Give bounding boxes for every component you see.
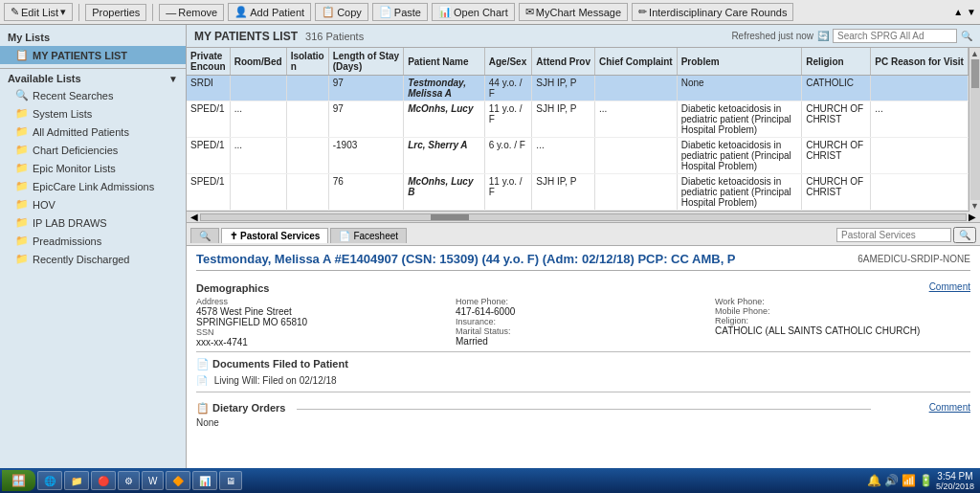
address-value: 4578 West Pine Street — [196, 306, 452, 317]
paste-button[interactable]: 📄 Paste — [372, 3, 428, 21]
tray-icon-1: 🔔 — [867, 474, 881, 487]
h-scroll-track — [200, 213, 967, 221]
toolbar-scroll-up[interactable]: ▲ — [953, 7, 963, 17]
sidebar-item-all-admitted[interactable]: 📁 All Admitted Patients — [0, 123, 186, 141]
toolbar-separator-2 — [152, 4, 153, 21]
main-layout: My Lists 📋 MY PATIENTS LIST Available Li… — [0, 25, 980, 468]
horizontal-scrollbar[interactable]: ◀ ▶ — [187, 212, 980, 223]
taskbar-app-3[interactable]: ⚙ — [118, 471, 140, 490]
sidebar-item-system-lists[interactable]: 📁 System Lists — [0, 104, 186, 123]
tab-facesheet[interactable]: 📄 Facesheet — [330, 228, 407, 243]
scroll-left-btn[interactable]: ◀ — [190, 212, 198, 222]
sidebar-item-hov[interactable]: 📁 HOV — [0, 195, 186, 213]
col-los: Length of Stay(Days) — [328, 48, 403, 76]
edit-list-button[interactable]: ✎ Edit List ▾ — [4, 3, 73, 21]
all-admitted-icon: 📁 — [15, 125, 29, 138]
remove-icon: — — [166, 7, 176, 18]
patient-list-title: MY PATIENTS LIST — [194, 30, 298, 43]
patient-detail-name: Testmonday, Melissa A #E1404907 (CSN: 15… — [196, 252, 736, 266]
bottom-tabs: 🔍 ✝ Pastoral Services 📄 Facesheet 🔍 — [187, 223, 980, 246]
sidebar-item-chart-deficiencies[interactable]: 📁 Chart Deficiencies — [0, 141, 186, 159]
refreshed-text: Refreshed just now — [731, 31, 813, 41]
address-label: Address — [196, 297, 452, 306]
insurance-label: Insurance: — [456, 317, 711, 326]
section-divider-2 — [196, 392, 970, 392]
taskbar-ie-icon[interactable]: 🌐 — [37, 471, 62, 490]
toolbar-separator-1 — [78, 4, 79, 21]
dietary-title: 📋 Dietary Orders — [196, 402, 871, 415]
sidebar-item-recently-discharged[interactable]: 📁 Recently Discharged — [0, 250, 186, 268]
tray-time: 3:54 PM — [937, 471, 972, 482]
taskbar-app-1[interactable]: 📁 — [64, 471, 89, 490]
doc-detail-1: Filed on 02/12/18 — [262, 375, 336, 386]
interdisciplinary-icon: ✏ — [638, 6, 647, 18]
start-orb: 🪟 — [11, 474, 26, 487]
paste-icon: 📄 — [379, 6, 392, 18]
taskbar-app-word[interactable]: W — [142, 471, 164, 490]
pastoral-icon: ✝ — [230, 231, 237, 241]
scroll-down-btn[interactable]: ▼ — [970, 200, 979, 212]
sidebar-item-preadmissions[interactable]: 📁 Preadmissions — [0, 232, 186, 250]
mobile-phone-label: Mobile Phone: — [715, 306, 970, 316]
taskbar: 🪟 🌐 📁 🔴 ⚙ W 🔶 📊 🖥 🔔 🔊 📶 🔋 3:54 PM 5/20/2… — [0, 468, 980, 493]
available-lists-collapse-icon[interactable]: ▼ — [168, 74, 178, 84]
col-patient-name: Patient Name — [404, 48, 485, 76]
interdisciplinary-button[interactable]: ✏ Interdisciplinary Care Rounds — [632, 3, 793, 21]
sidebar-item-recent-searches[interactable]: 🔍 Recent Searches — [0, 86, 186, 104]
add-patient-button[interactable]: 👤 Add Patient — [228, 3, 311, 21]
table-row[interactable]: SPED/1...-1903Lrc, Sherry A6 y.o. / F...… — [187, 138, 969, 174]
patient-table-body: SRDI97Testmonday, Melissa A44 y.o. / FSJ… — [187, 76, 969, 211]
work-phone-label: Work Phone: — [715, 297, 970, 306]
sidebar-item-my-patients-list[interactable]: 📋 MY PATIENTS LIST — [0, 46, 186, 64]
tab-pastoral-services[interactable]: ✝ Pastoral Services — [221, 228, 328, 243]
tray-icon-3: 📶 — [902, 474, 916, 487]
taskbar-app-6[interactable]: 📊 — [192, 471, 217, 490]
start-button[interactable]: 🪟 — [2, 470, 35, 491]
open-chart-button[interactable]: 📊 Open Chart — [432, 3, 515, 21]
sidebar-item-epic-monitor[interactable]: 📁 Epic Monitor Lists — [0, 159, 186, 177]
scroll-thumb — [971, 59, 979, 88]
search-button-icon[interactable]: 🔍 — [961, 31, 972, 41]
search-input[interactable] — [833, 29, 957, 43]
dietary-icon: 📋 — [196, 402, 210, 414]
table-row[interactable]: SRDI97Testmonday, Melissa A44 y.o. / FSJ… — [187, 76, 969, 101]
demographics-comment-link[interactable]: Comment — [929, 281, 970, 292]
table-row[interactable]: SPED/176McOnhs, Lucy B11 y.o. / FSJH IP,… — [187, 174, 969, 211]
content-area: MY PATIENTS LIST 316 Patients Refreshed … — [187, 25, 980, 468]
mychart-message-button[interactable]: ✉ MyChart Message — [519, 3, 628, 21]
add-patient-icon: 👤 — [234, 6, 248, 18]
toolbar-scroll-down[interactable]: ▼ — [967, 7, 976, 17]
pastoral-search-button[interactable]: 🔍 — [953, 227, 976, 243]
sidebar-item-epiccare-link[interactable]: 📁 EpicCare Link Admissions — [0, 177, 186, 195]
taskbar-app-5[interactable]: 🔶 — [166, 471, 190, 490]
scroll-right-btn[interactable]: ▶ — [969, 212, 976, 222]
patient-table-area[interactable]: PrivateEncoun Room/Bed Isolation Length … — [187, 48, 969, 212]
pastoral-search-input[interactable] — [836, 228, 951, 242]
patient-detail-header: Testmonday, Melissa A #E1404907 (CSN: 15… — [196, 252, 970, 271]
col-pc-reason: PC Reason for Visit — [871, 48, 969, 76]
epiccare-link-icon: 📁 — [15, 180, 29, 192]
taskbar-app-2[interactable]: 🔴 — [91, 471, 116, 490]
dietary-comment-link[interactable]: Comment — [929, 402, 970, 413]
remove-button[interactable]: — Remove — [159, 4, 224, 21]
sidebar-item-ip-lab-draws[interactable]: 📁 IP LAB DRAWS — [0, 213, 186, 232]
scroll-up-btn[interactable]: ▲ — [970, 48, 979, 59]
taskbar-app-7[interactable]: 🖥 — [219, 471, 242, 490]
table-scrollbar[interactable]: ▲ ▼ — [969, 48, 980, 212]
copy-button[interactable]: 📋 Copy — [315, 3, 368, 21]
sidebar: My Lists 📋 MY PATIENTS LIST Available Li… — [0, 25, 187, 468]
table-row[interactable]: SPED/1...97McOnhs, Lucy11 y.o. / FSJH IP… — [187, 101, 969, 138]
scroll-track — [970, 59, 980, 200]
religion-value: CATHOLIC (ALL SAINTS CATHOLIC CHURCH) — [715, 325, 970, 336]
open-chart-icon: 📊 — [438, 6, 452, 18]
refresh-icon[interactable]: 🔄 — [817, 31, 829, 41]
list-icon: 📋 — [15, 49, 29, 61]
col-religion: Religion — [802, 48, 871, 76]
tray-icon-2: 🔊 — [884, 474, 899, 487]
h-scroll-thumb — [431, 214, 469, 220]
properties-button[interactable]: Properties — [85, 4, 146, 21]
recently-discharged-icon: 📁 — [15, 253, 29, 265]
patient-detail-tag: 6AMEDICU-SRDIP-NONE — [858, 254, 970, 264]
home-phone-value: 417-614-6000 — [456, 306, 711, 317]
tab-search[interactable]: 🔍 — [190, 228, 219, 243]
